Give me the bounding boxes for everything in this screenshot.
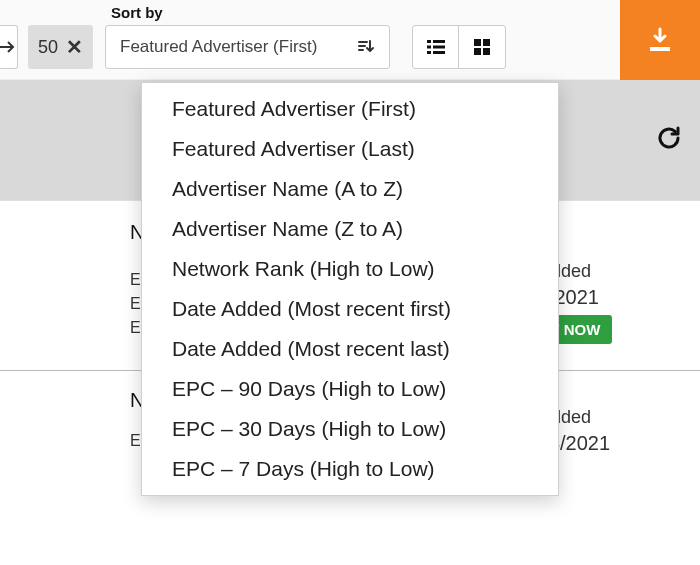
svg-rect-9 bbox=[483, 48, 490, 55]
page-size-value: 50 bbox=[38, 37, 58, 58]
list-icon bbox=[427, 40, 445, 54]
close-icon[interactable]: ✕ bbox=[66, 35, 83, 59]
view-toggle bbox=[412, 25, 506, 69]
sort-option[interactable]: Featured Advertiser (Last) bbox=[142, 129, 558, 169]
sort-option[interactable]: EPC – 7 Days (High to Low) bbox=[142, 449, 558, 489]
sort-option[interactable]: Advertiser Name (Z to A) bbox=[142, 209, 558, 249]
svg-rect-5 bbox=[433, 51, 445, 54]
list-view-button[interactable] bbox=[413, 26, 459, 68]
sort-option[interactable]: Date Added (Most recent first) bbox=[142, 289, 558, 329]
sort-option[interactable]: EPC – 90 Days (High to Low) bbox=[142, 369, 558, 409]
svg-rect-4 bbox=[427, 51, 431, 54]
svg-rect-7 bbox=[483, 39, 490, 46]
svg-rect-8 bbox=[474, 48, 481, 55]
sort-option[interactable]: Featured Advertiser (First) bbox=[142, 89, 558, 129]
sort-option[interactable]: Date Added (Most recent last) bbox=[142, 329, 558, 369]
sort-desc-icon bbox=[357, 39, 375, 55]
download-button[interactable] bbox=[620, 0, 700, 80]
svg-rect-1 bbox=[433, 40, 445, 43]
refresh-button[interactable] bbox=[656, 125, 682, 151]
refresh-icon bbox=[656, 125, 682, 151]
toolbar: 50 ✕ Sort by Featured Advertiser (First) bbox=[0, 0, 700, 80]
svg-rect-10 bbox=[650, 47, 670, 51]
svg-rect-6 bbox=[474, 39, 481, 46]
next-page-button[interactable] bbox=[0, 25, 18, 69]
page-size-chip[interactable]: 50 ✕ bbox=[28, 25, 93, 69]
sort-option[interactable]: Network Rank (High to Low) bbox=[142, 249, 558, 289]
svg-rect-0 bbox=[427, 40, 431, 43]
sort-group: Sort by Featured Advertiser (First) bbox=[105, 4, 390, 69]
download-icon bbox=[646, 27, 674, 53]
sort-option[interactable]: EPC – 30 Days (High to Low) bbox=[142, 409, 558, 449]
sort-select[interactable]: Featured Advertiser (First) bbox=[105, 25, 390, 69]
svg-rect-3 bbox=[433, 46, 445, 49]
grid-view-button[interactable] bbox=[459, 26, 505, 68]
sort-label: Sort by bbox=[105, 4, 390, 21]
arrow-right-icon bbox=[0, 40, 15, 54]
grid-icon bbox=[474, 39, 490, 55]
sort-dropdown: Featured Advertiser (First)Featured Adve… bbox=[141, 82, 559, 496]
svg-rect-2 bbox=[427, 46, 431, 49]
sort-selected-value: Featured Advertiser (First) bbox=[120, 37, 317, 57]
sort-option[interactable]: Advertiser Name (A to Z) bbox=[142, 169, 558, 209]
